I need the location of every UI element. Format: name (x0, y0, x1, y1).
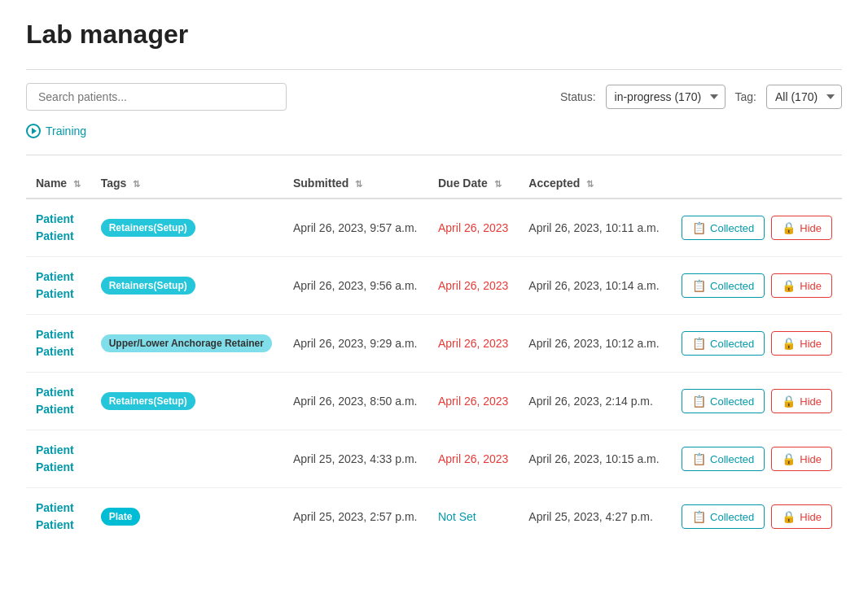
cell-accepted: April 26, 2023, 10:11 a.m. (519, 199, 670, 257)
col-accepted: Accepted ⇅ (519, 168, 670, 199)
hide-icon: 🔒 (782, 510, 796, 523)
hide-button[interactable]: 🔒 Hide (771, 389, 832, 413)
hide-label: Hide (800, 338, 822, 350)
cell-tags: Retainers(Setup) (91, 257, 283, 315)
due-date-overdue: April 26, 2023 (438, 337, 508, 350)
cell-due-date: April 26, 2023 (428, 199, 519, 257)
filters-container: Status: in-progress (170) Tag: All (170) (560, 85, 842, 109)
collected-label: Collected (710, 338, 754, 350)
hide-button[interactable]: 🔒 Hide (771, 504, 832, 529)
training-link[interactable]: Training (26, 124, 842, 138)
cell-tags: Retainers(Setup) (91, 373, 283, 430)
collected-button[interactable]: 📋 Collected (682, 273, 765, 298)
sort-name-icon: ⇅ (73, 179, 81, 190)
tag-select[interactable]: All (170) (766, 85, 842, 109)
collected-icon: 📋 (692, 395, 706, 408)
collected-button[interactable]: 📋 Collected (682, 331, 765, 356)
cell-due-date: April 26, 2023 (428, 373, 519, 430)
cell-submitted: April 26, 2023, 8:50 a.m. (283, 373, 428, 430)
table-header: Name ⇅ Tags ⇅ Submitted ⇅ Due Date ⇅ Acc… (26, 168, 842, 199)
hide-icon: 🔒 (782, 395, 796, 408)
status-label: Status: (560, 90, 596, 103)
patient-name-line2[interactable]: Patient (36, 401, 81, 418)
collected-button[interactable]: 📋 Collected (682, 447, 765, 471)
collected-icon: 📋 (692, 510, 706, 523)
tag-badge: Upper/Lower Anchorage Retainer (101, 334, 272, 352)
table-body: Patient Patient Retainers(Setup) April 2… (26, 199, 842, 545)
cell-actions: 📋 Collected 🔒 Hide (670, 315, 842, 373)
collected-icon: 📋 (692, 452, 706, 465)
cell-due-date: April 26, 2023 (428, 257, 519, 315)
play-icon (26, 124, 41, 138)
collected-icon: 📋 (692, 279, 706, 292)
tag-badge: Retainers(Setup) (101, 219, 195, 237)
row-actions: 📋 Collected 🔒 Hide (680, 331, 832, 356)
hide-button[interactable]: 🔒 Hide (771, 273, 832, 298)
table-row: Patient Patient Retainers(Setup) April 2… (26, 373, 842, 430)
patient-name-line1[interactable]: Patient (36, 211, 81, 228)
patient-name-line1[interactable]: Patient (36, 326, 81, 343)
toolbar: Status: in-progress (170) Tag: All (170) (26, 83, 842, 111)
patient-name-line2[interactable]: Patient (36, 343, 81, 360)
patient-name-line1[interactable]: Patient (36, 384, 81, 401)
collected-label: Collected (710, 222, 754, 234)
hide-label: Hide (800, 222, 822, 234)
cell-submitted: April 25, 2023, 2:57 p.m. (283, 488, 428, 546)
patient-name-line1[interactable]: Patient (36, 442, 81, 459)
collected-label: Collected (710, 280, 754, 292)
row-actions: 📋 Collected 🔒 Hide (680, 273, 832, 298)
hide-icon: 🔒 (782, 452, 796, 465)
patient-name-line2[interactable]: Patient (36, 459, 81, 476)
tag-badge: Plate (101, 508, 141, 526)
patient-name-line2[interactable]: Patient (36, 286, 81, 303)
due-date-overdue: April 26, 2023 (438, 452, 508, 465)
sort-tags-icon: ⇅ (133, 179, 140, 190)
cell-submitted: April 26, 2023, 9:29 a.m. (283, 315, 428, 373)
cell-submitted: April 26, 2023, 9:57 a.m. (283, 199, 428, 257)
hide-button[interactable]: 🔒 Hide (771, 447, 832, 471)
patient-name-line2[interactable]: Patient (36, 228, 81, 245)
cell-actions: 📋 Collected 🔒 Hide (670, 257, 842, 315)
cell-accepted: April 26, 2023, 10:15 a.m. (519, 430, 670, 488)
tag-badge: Retainers(Setup) (101, 392, 195, 410)
training-link-label: Training (46, 124, 86, 137)
patient-name-line2[interactable]: Patient (36, 517, 81, 534)
hide-label: Hide (800, 453, 822, 465)
patient-name-line1[interactable]: Patient (36, 500, 81, 517)
collected-icon: 📋 (692, 337, 706, 350)
sort-accepted-icon: ⇅ (586, 179, 594, 190)
row-actions: 📋 Collected 🔒 Hide (680, 216, 832, 240)
hide-label: Hide (800, 395, 822, 408)
hide-label: Hide (800, 280, 822, 292)
collected-label: Collected (710, 453, 754, 465)
status-select[interactable]: in-progress (170) (606, 85, 726, 109)
collected-label: Collected (710, 395, 754, 408)
hide-icon: 🔒 (782, 279, 796, 292)
cell-accepted: April 26, 2023, 10:12 a.m. (519, 315, 670, 373)
cell-accepted: April 25, 2023, 4:27 p.m. (519, 488, 670, 546)
cell-tags: Retainers(Setup) (91, 199, 283, 257)
hide-button[interactable]: 🔒 Hide (771, 216, 832, 240)
collected-button[interactable]: 📋 Collected (682, 389, 765, 413)
collected-icon: 📋 (692, 221, 706, 234)
hide-icon: 🔒 (782, 221, 796, 234)
due-date-overdue: April 26, 2023 (438, 395, 508, 408)
cell-due-date: April 26, 2023 (428, 430, 519, 488)
table-row: Patient Patient Upper/Lower Anchorage Re… (26, 315, 842, 373)
cell-accepted: April 26, 2023, 2:14 p.m. (519, 373, 670, 430)
collected-button[interactable]: 📋 Collected (682, 504, 765, 529)
cell-tags (91, 430, 283, 488)
col-submitted: Submitted ⇅ (283, 168, 428, 199)
cell-tags: Plate (91, 488, 283, 546)
hide-button[interactable]: 🔒 Hide (771, 331, 832, 356)
patients-table: Name ⇅ Tags ⇅ Submitted ⇅ Due Date ⇅ Acc… (26, 168, 842, 545)
sort-submitted-icon: ⇅ (355, 179, 362, 190)
collected-button[interactable]: 📋 Collected (682, 216, 765, 240)
search-input[interactable] (26, 83, 287, 111)
due-date-overdue: April 26, 2023 (438, 279, 508, 292)
patient-name-line1[interactable]: Patient (36, 268, 81, 286)
due-date-not-set: Not Set (438, 510, 476, 523)
sort-due-icon: ⇅ (494, 179, 502, 190)
cell-submitted: April 26, 2023, 9:56 a.m. (283, 257, 428, 315)
tag-label: Tag: (735, 90, 756, 103)
